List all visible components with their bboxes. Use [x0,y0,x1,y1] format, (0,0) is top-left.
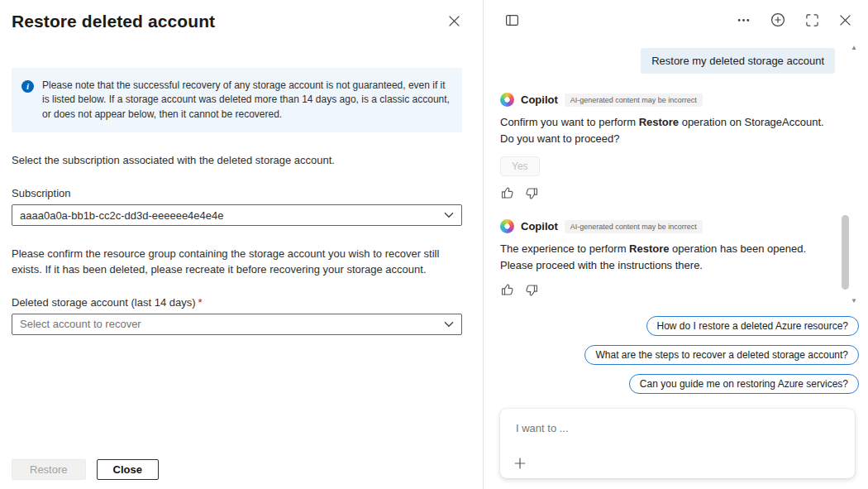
message-text-part: Confirm you want to perform [500,116,639,128]
message-text-bold: Restore [639,116,679,128]
add-attachment-icon[interactable] [513,456,527,471]
subscription-value: aaaa0a0a-bb1b-cc2c-dd3d-eeeeee4e4e4e [20,209,224,222]
chevron-down-icon [444,321,454,328]
panel-toggle-icon[interactable] [505,13,519,27]
info-icon: i [21,80,34,93]
thumbs-up-icon[interactable] [500,283,514,297]
suggestion-pill[interactable]: How do I restore a deleted Azure resourc… [646,316,859,336]
feedback-row [500,186,835,200]
copilot-message-header: Copilot AI-generated content may be inco… [500,219,835,233]
suggestion-pills: How do I restore a deleted Azure resourc… [484,311,868,404]
suggestion-pill[interactable]: Can you guide me on restoring Azure serv… [629,374,859,394]
fullscreen-icon[interactable] [805,13,819,27]
close-icon[interactable] [441,12,462,31]
copilot-message-block: Copilot AI-generated content may be inco… [500,93,835,200]
info-banner: i Please note that the successful recove… [12,68,462,132]
thumbs-down-icon[interactable] [525,186,539,200]
dialog-footer: Restore Close [12,459,159,480]
chat-input[interactable] [500,409,855,434]
copilot-name: Copilot [521,93,558,106]
copilot-panel: Restore my deleted storage account Copil… [483,0,868,489]
copilot-avatar [500,93,514,107]
ai-disclaimer-badge: AI-generated content may be incorrect [565,220,703,233]
suggestion-pill[interactable]: What are the steps to recover a deleted … [584,345,859,365]
chat-area: Restore my deleted storage account Copil… [484,36,868,311]
page-title: Restore deleted account [12,12,215,31]
copilot-message-text: Confirm you want to perform Restore oper… [500,114,835,146]
required-marker: * [198,296,203,309]
restore-deleted-account-panel: Restore deleted account i Please note th… [0,0,483,489]
thumbs-down-icon[interactable] [525,283,539,297]
info-text: Please note that the successful recovery… [42,79,451,122]
restore-button[interactable]: Restore [12,459,86,480]
message-text-part: The experience to perform [500,242,629,255]
chat-input-box[interactable] [500,409,855,478]
copilot-avatar [500,219,514,233]
more-icon[interactable] [737,13,751,27]
copilot-message-block: Copilot AI-generated content may be inco… [500,219,835,297]
app-window: Restore deleted account i Please note th… [0,0,868,489]
scrollbar-thumb[interactable] [842,215,849,290]
account-dropdown-placeholder: Select account to recover [20,318,141,330]
new-chat-icon[interactable] [770,12,785,27]
account-dropdown[interactable]: Select account to recover [12,314,462,335]
user-message: Restore my deleted storage account [641,48,835,74]
scroll-down-arrow[interactable]: ▼ [851,298,857,304]
thumbs-up-icon[interactable] [500,186,514,200]
message-text-bold: Restore [629,242,669,255]
yes-button[interactable]: Yes [500,156,540,176]
copilot-toolbar [484,0,868,36]
copilot-message-text: The experience to perform Restore operat… [500,241,835,273]
close-button[interactable]: Close [97,459,159,480]
account-label: Deleted storage account (last 14 days)* [12,296,462,309]
copilot-message-header: Copilot AI-generated content may be inco… [500,93,835,107]
resource-group-note: Please confirm the resource group contai… [12,247,462,278]
chevron-down-icon [444,212,454,218]
subscription-intro-text: Select the subscription associated with … [12,153,462,169]
ai-disclaimer-badge: AI-generated content may be incorrect [565,93,703,107]
subscription-label: Subscription [12,187,462,199]
copilot-name: Copilot [521,220,558,233]
feedback-row [500,283,835,297]
scroll-up-arrow[interactable]: ▲ [851,45,857,51]
close-icon[interactable] [839,14,851,26]
account-label-text: Deleted storage account (last 14 days) [12,296,196,309]
dialog-header: Restore deleted account [12,12,462,31]
subscription-dropdown[interactable]: aaaa0a0a-bb1b-cc2c-dd3d-eeeeee4e4e4e [12,204,462,226]
